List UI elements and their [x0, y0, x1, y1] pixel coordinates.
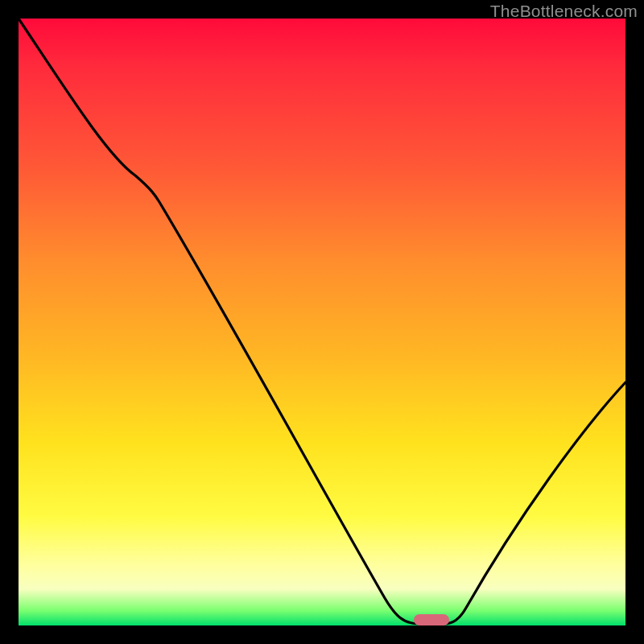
bottleneck-curve — [19, 19, 625, 625]
optimal-marker — [414, 614, 449, 625]
curve-path — [19, 19, 625, 624]
chart-frame: TheBottleneck.com — [0, 0, 644, 644]
plot-area — [19, 19, 625, 625]
